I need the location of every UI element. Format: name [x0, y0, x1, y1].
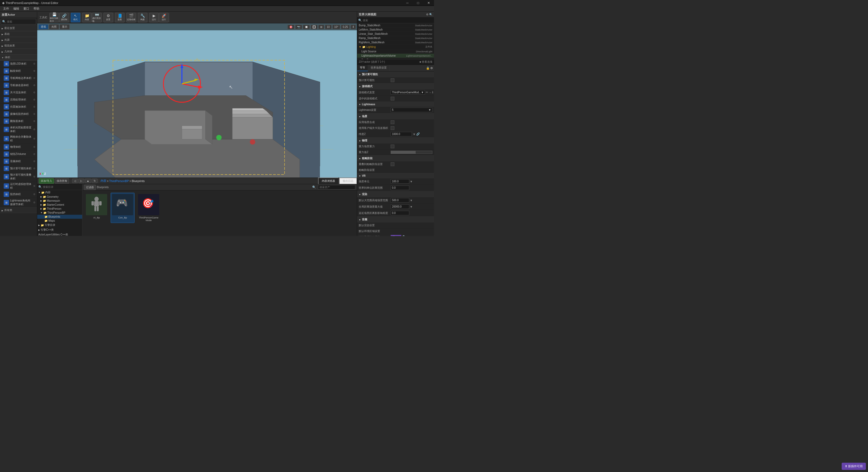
filter-button[interactable]: 过滤器 — [84, 185, 96, 190]
maximize-button[interactable]: □ — [413, 0, 423, 6]
tab-details[interactable]: 节节 — [357, 65, 368, 71]
checkbox[interactable] — [391, 126, 394, 130]
list-item[interactable]: ▦ 网格体合并删除体积 ⚙ — [0, 134, 37, 143]
list-item[interactable]: ▦ 体积光照贴图密度体积 ⚙ — [0, 125, 37, 134]
section-header[interactable]: 物理 — [357, 138, 434, 143]
section-header[interactable]: 音频 — [357, 216, 434, 223]
section-header[interactable]: VR — [357, 173, 434, 178]
tab-world-settings[interactable]: 世界场景设置 — [368, 65, 390, 71]
menu-edit[interactable]: 编辑 — [11, 6, 21, 11]
section-visual[interactable]: 视觉效果 — [0, 43, 37, 48]
viewport-area[interactable]: 透视 光照 显示 🎯 📷 🔲 🔳 ⊞ 10 10° — [37, 23, 357, 177]
launch-button[interactable]: 🚀 运行 — [159, 13, 168, 22]
checkbox[interactable] — [391, 97, 394, 100]
tree-item[interactable]: ▶ 📁 Geometry — [37, 195, 82, 199]
settings-icon[interactable]: ⚙ — [430, 66, 433, 70]
close-button[interactable]: ✕ — [423, 0, 434, 6]
play-button[interactable]: ▶ 运行 — [149, 13, 159, 22]
list-item[interactable]: ▦ 场景LOD体积 ⚙ — [0, 60, 37, 68]
place-actor-search[interactable]: 🔍 — [1, 19, 36, 25]
tab-content-browser[interactable]: 内容浏览器 — [318, 177, 339, 184]
tree-search[interactable]: 🔍 — [37, 184, 82, 190]
section-lighting[interactable]: 光源 — [0, 37, 37, 43]
list-item[interactable]: ▦ 删除面体积 ⚙ — [0, 118, 37, 125]
outline-item[interactable]: Linear_Stair_StaticMesh StaticMeshActor — [357, 32, 434, 36]
list-item[interactable]: ▦ 运行时虚拟纹理体积 ⚙ — [0, 181, 37, 191]
list-item[interactable]: ▦ Lightmass角色间接插节体积 ⚙ — [0, 198, 37, 207]
lock-icon[interactable]: 🔒 — [426, 66, 430, 70]
add-import-button[interactable]: 添加/导入 — [39, 178, 54, 183]
breadcrumb-item-0[interactable]: 内容 — [100, 179, 106, 183]
perspective-button[interactable]: 透视 — [38, 24, 49, 30]
tree-item[interactable]: ▶ 📁 Mannequin — [37, 199, 82, 203]
info-icon[interactable]: ℹ — [432, 91, 433, 94]
tree-item[interactable]: ActorLayerUtilities C++类 — [37, 232, 82, 236]
checkbox[interactable] — [391, 121, 394, 124]
tree-item[interactable]: 📁 Maps — [37, 219, 82, 223]
place-actor-search-input[interactable] — [7, 20, 35, 23]
section-volumes[interactable]: 体积 — [0, 55, 37, 60]
list-item[interactable]: ▦ 阻挡体积 ⚙ — [0, 191, 37, 198]
rotation-button[interactable]: 10° — [333, 25, 340, 29]
edit-icon[interactable]: ✏ — [426, 91, 428, 94]
vp-icon-btn-1[interactable]: 🎯 — [287, 25, 294, 29]
slider[interactable] — [391, 151, 432, 154]
list-item[interactable]: ▦ 触发体积 ⚙ — [0, 68, 37, 75]
dropdown-lightmass[interactable]: 5 ▼ — [391, 108, 432, 112]
section-header[interactable]: 场景 — [357, 113, 434, 119]
checkbox[interactable] — [391, 78, 394, 82]
tree-item-selected[interactable]: 📁 Blueprints — [37, 215, 82, 219]
list-item[interactable]: ▦ 预计算可视性体积 ⚙ — [0, 165, 37, 172]
breadcrumb-item-1[interactable]: ThirdPersonBP — [109, 179, 129, 182]
outline-item[interactable]: RightArm_StaticMesh StaticMeshActor — [357, 40, 434, 45]
input-render-2[interactable] — [391, 211, 409, 215]
lit-button[interactable]: 光照 — [49, 24, 59, 30]
section-header[interactable]: 粗略阶段 — [357, 156, 434, 161]
nav-refresh-button[interactable]: ↻ — [92, 178, 98, 183]
section-header[interactable]: 游戏模式 — [357, 83, 434, 89]
asset-item[interactable]: AI_Bp — [85, 193, 108, 223]
nav-forward-button[interactable]: ▷ — [79, 178, 84, 183]
tree-item[interactable]: ▶ 引擎C++类 — [37, 228, 82, 232]
show-button[interactable]: 显示 — [60, 24, 70, 30]
checkbox[interactable] — [391, 144, 394, 148]
settings-button[interactable]: ⚙ 设置 — [103, 13, 113, 22]
list-item[interactable]: ▦ 后期处理体积 ⚙ — [0, 96, 37, 103]
section-all[interactable]: 所有类 — [0, 207, 37, 213]
vp-icon-btn-3[interactable]: 🔲 — [303, 25, 310, 29]
vp-icon-btn-4[interactable]: 🔳 — [311, 25, 317, 29]
dropdown-game-mode[interactable]: ThirdPersonGameMod... ▼ — [391, 90, 425, 95]
menu-file[interactable]: 文件 — [1, 6, 11, 11]
list-item[interactable]: ▦ 销毁ZVolume ⚙ — [0, 151, 37, 158]
minimize-button[interactable]: ─ — [402, 0, 413, 6]
tree-search-input[interactable] — [43, 186, 81, 189]
tab-output-log[interactable]: 输出日志 — [339, 177, 357, 184]
outline-item-highlighted[interactable]: LightmassImportanceVolume LightmassImpor… — [357, 54, 434, 58]
outline-item[interactable]: Ramp_StaticMesh StaticMeshActor — [357, 36, 434, 40]
menu-window[interactable]: 窗口 — [21, 6, 31, 11]
list-item[interactable]: ▦ 导航网格边界体积 ⚙ — [0, 75, 37, 82]
section-basic[interactable]: 基础 — [0, 31, 37, 37]
tree-item[interactable]: ▶ 📁 ThirdPerson — [37, 207, 82, 211]
save-all-button[interactable]: 保存所有 — [55, 178, 69, 183]
menu-help[interactable]: 帮助 — [31, 6, 41, 11]
list-item[interactable]: ▦ 音频体积 ⚙ — [0, 158, 37, 165]
save-button[interactable]: 💾 保存当前关卡 — [50, 13, 59, 22]
section-header[interactable]: 预计算可视性 — [357, 71, 434, 77]
list-item[interactable]: ▦ 导航修改器体积 ⚙ — [0, 82, 37, 89]
input-render-1[interactable] — [391, 204, 409, 209]
asset-item[interactable]: 🎯 ThirdPersonGame Mode — [137, 193, 161, 223]
list-item[interactable]: ▦ 仿置施加体积 ⚙ — [0, 103, 37, 110]
list-item[interactable]: ▦ 关卡流送体积 ⚙ — [0, 89, 37, 96]
outline-search[interactable]: 🔍 — [357, 18, 434, 23]
vp-icon-btn-5[interactable]: ⊞ — [318, 25, 324, 29]
content-button[interactable]: 📁 内容 — [82, 13, 92, 22]
tree-item[interactable]: ▼ 📁 ThirdPersonBP — [37, 211, 82, 215]
input-z[interactable] — [391, 132, 412, 136]
grid-size-button[interactable]: 10 — [325, 25, 332, 29]
tree-item[interactable]: ▶ 📁 引擎目录 — [37, 223, 82, 228]
vr-button[interactable]: 🥽 虚幻竞技场 — [92, 13, 101, 22]
section-recently-placed[interactable]: 最近放置 — [0, 25, 37, 31]
input-scene-unit[interactable] — [391, 179, 409, 183]
nav-up-button[interactable]: ▲ — [85, 178, 91, 183]
